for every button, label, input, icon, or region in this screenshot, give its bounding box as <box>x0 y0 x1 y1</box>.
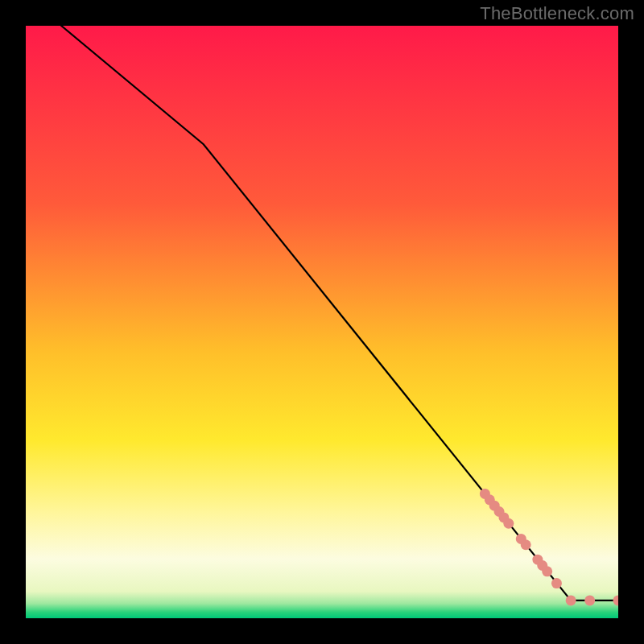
watermark-text: TheBottleneck.com <box>480 3 634 24</box>
data-marker <box>566 595 576 605</box>
chart-svg <box>26 26 618 618</box>
data-marker <box>551 578 562 588</box>
plot-area <box>26 26 618 618</box>
data-marker <box>542 566 552 576</box>
data-marker <box>503 518 514 529</box>
data-marker <box>521 539 531 550</box>
gradient-background <box>26 26 618 618</box>
data-marker <box>584 595 595 605</box>
chart-frame: TheBottleneck.com <box>0 0 644 644</box>
